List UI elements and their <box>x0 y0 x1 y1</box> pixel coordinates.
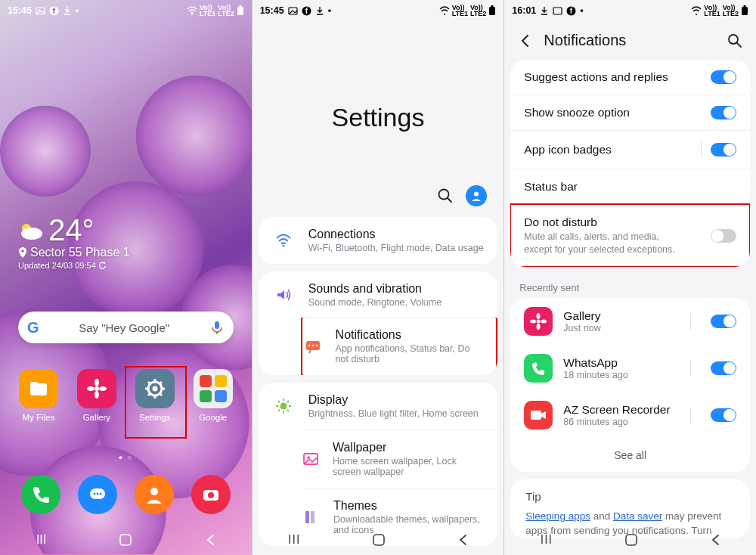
nav-bar: III <box>0 525 252 555</box>
app-google[interactable]: Google <box>187 369 240 422</box>
app-icon <box>524 307 553 336</box>
svg-rect-81 <box>744 5 746 7</box>
toggle-switch[interactable] <box>711 143 736 157</box>
toggle-row-do-not-disturb[interactable]: Do not disturbMute all calls, alerts, an… <box>510 204 750 267</box>
svg-point-21 <box>94 386 99 391</box>
svg-point-57 <box>282 245 284 247</box>
image-icon <box>553 6 562 16</box>
volte2: Vo))LTE2 <box>218 5 234 17</box>
recent-app-whatsapp[interactable]: WhatsApp18 minutes ago <box>510 345 750 392</box>
more-dot: • <box>328 5 331 16</box>
toggle-row-status-bar[interactable]: Status bar <box>510 169 750 204</box>
recent-card: GalleryJust nowWhatsApp18 minutes agoAZ … <box>510 298 750 472</box>
svg-rect-36 <box>200 375 212 387</box>
sleeping-apps-link[interactable]: Sleeping apps <box>525 510 590 522</box>
google-search-bar[interactable]: G Say "Hey Google" <box>18 312 234 343</box>
recent-app-gallery[interactable]: GalleryJust now <box>510 298 750 345</box>
settings-row-connections[interactable]: ConnectionsWi-Fi, Bluetooth, Flight mode… <box>259 217 498 264</box>
status-bar: 15:45 f • Vo))LTE1 Vo))LTE2 <box>253 0 504 20</box>
svg-rect-73 <box>305 511 309 523</box>
app-label: Gallery <box>70 413 123 422</box>
account-avatar[interactable] <box>466 185 487 206</box>
refresh-icon <box>99 262 107 269</box>
settings-title: Settings <box>253 20 504 185</box>
svg-point-86 <box>537 324 541 330</box>
back-button[interactable] <box>710 533 720 547</box>
svg-point-24 <box>87 386 94 391</box>
svg-rect-76 <box>553 8 562 14</box>
svg-point-43 <box>99 493 101 495</box>
svg-point-41 <box>93 493 95 495</box>
home-screen: 15:45 f • Vo))LTE1 Vo))LTE2 24° Sector 5… <box>0 0 253 555</box>
settings-row-sounds-and-vibration[interactable]: Sounds and vibrationSound mode, Ringtone… <box>259 271 498 318</box>
toggle-label: Show snooze option <box>524 106 630 119</box>
search-icon[interactable] <box>727 33 742 48</box>
recents-button[interactable]: III <box>541 533 553 547</box>
bell-icon <box>302 338 324 355</box>
toggle-switch[interactable] <box>711 408 736 422</box>
svg-line-70 <box>278 410 280 411</box>
toggle-label: Status bar <box>524 180 578 194</box>
svg-point-79 <box>696 14 697 15</box>
home-button[interactable] <box>372 533 386 547</box>
recents-button[interactable]: III <box>36 533 46 547</box>
svg-point-15 <box>21 228 42 240</box>
dock-messages[interactable] <box>78 475 117 514</box>
svg-point-44 <box>150 488 158 495</box>
app-name: WhatsApp <box>563 356 680 370</box>
weather-widget[interactable]: 24° Sector 55 Phase 1 Updated 24/03 09:5… <box>18 213 130 270</box>
home-button[interactable] <box>624 533 638 547</box>
settings-row-wallpaper[interactable]: WallpaperHome screen wallpaper, Lock scr… <box>301 429 498 488</box>
toggle-row-app-icon-badges[interactable]: App icon badges <box>510 130 750 169</box>
wallpaper-flowers <box>0 0 252 554</box>
mic-icon[interactable] <box>209 320 225 335</box>
toggle-row-show-snooze-option[interactable]: Show snooze option <box>510 95 750 130</box>
app-icon <box>524 354 553 383</box>
toggle-switch[interactable] <box>711 70 736 84</box>
svg-point-8 <box>38 9 39 11</box>
image-icon <box>301 451 321 467</box>
row-title: Themes <box>333 499 485 513</box>
see-all-button[interactable]: See all <box>510 439 750 472</box>
settings-row-notifications[interactable]: NotificationsApp notifications, Status b… <box>301 317 498 375</box>
back-button[interactable] <box>457 533 468 547</box>
svg-point-85 <box>537 313 541 319</box>
app-my-files[interactable]: My Files <box>12 369 65 422</box>
settings-screen: 15:45 f • Vo))LTE1 Vo))LTE2 Settings Con… <box>253 0 505 555</box>
recent-app-az-screen-recorder[interactable]: AZ Screen Recorder86 minutes ago <box>510 392 750 439</box>
svg-point-42 <box>96 493 98 495</box>
search-placeholder: Say "Hey Google" <box>39 321 209 334</box>
svg-rect-90 <box>531 411 541 420</box>
dock-camera[interactable] <box>191 475 231 514</box>
search-icon[interactable] <box>437 188 454 204</box>
settings-row-display[interactable]: DisplayBrightness, Blue light filter, Ho… <box>259 383 498 429</box>
page-header: Notifications <box>504 20 756 60</box>
temperature: 24° <box>48 213 94 247</box>
toggle-switch[interactable] <box>711 315 736 328</box>
row-title: Display <box>308 393 479 407</box>
dock-phone[interactable] <box>21 475 60 514</box>
toggle-row-suggest-actions-and-replies[interactable]: Suggest actions and replies <box>510 60 750 95</box>
download-icon <box>63 6 72 16</box>
data-saver-link[interactable]: Data saver <box>613 510 662 522</box>
dock-contacts[interactable] <box>135 475 174 514</box>
app-gallery[interactable]: Gallery <box>70 369 123 422</box>
wifi-icon <box>439 6 450 15</box>
svg-rect-39 <box>215 390 227 402</box>
back-icon[interactable] <box>518 33 533 48</box>
home-button[interactable] <box>119 533 132 547</box>
back-button[interactable] <box>205 533 215 547</box>
recents-button[interactable]: III <box>288 533 300 547</box>
wifi-icon <box>187 6 197 15</box>
svg-rect-12 <box>237 7 243 15</box>
row-subtitle: Sound mode, Ringtone, Volume <box>308 297 442 308</box>
svg-rect-91 <box>626 535 637 545</box>
svg-rect-47 <box>120 535 131 545</box>
toggle-switch[interactable] <box>711 361 736 375</box>
volte1: Vo))LTE1 <box>452 5 468 17</box>
wifi-icon <box>271 232 296 249</box>
notifications-screen: 16:01 f • Vo))LTE1Vo))LTE2 Notifications… <box>504 0 756 555</box>
svg-rect-38 <box>200 390 212 402</box>
toggle-switch[interactable] <box>711 229 736 243</box>
toggle-switch[interactable] <box>711 106 736 119</box>
